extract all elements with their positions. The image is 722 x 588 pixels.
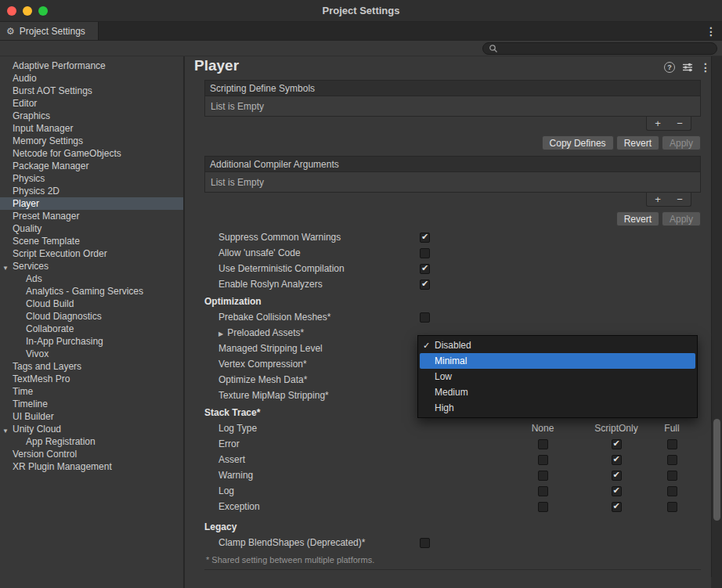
list-header[interactable]: Scripting Define Symbols: [205, 81, 700, 96]
checkbox-full[interactable]: [667, 502, 677, 512]
checkbox-scriptonly[interactable]: [612, 471, 622, 481]
toolbar: [0, 41, 722, 56]
sidebar-item-unity-cloud[interactable]: ▼Unity Cloud: [0, 423, 183, 435]
sidebar-item-player[interactable]: Player: [0, 197, 183, 210]
sidebar-item-textmesh-pro[interactable]: TextMesh Pro: [0, 373, 183, 385]
player-settings-panel: Player ? ⋮ Scripting Define Symbols: [185, 56, 722, 588]
sidebar-item-burst-aot-settings[interactable]: Burst AOT Settings: [0, 85, 183, 97]
checkbox-scriptonly[interactable]: [612, 486, 622, 496]
sidebar-item-netcode-for-gameobjects[interactable]: Netcode for GameObjects: [0, 147, 183, 160]
tab-menu-icon[interactable]: ⋮: [706, 25, 717, 38]
sidebar-item-adaptive-performance[interactable]: Adaptive Performance: [0, 60, 183, 72]
dropdown-option-medium[interactable]: Medium: [418, 384, 697, 400]
log-type-label: Assert: [204, 454, 505, 465]
checkbox-full[interactable]: [667, 486, 677, 496]
zoom-window-button[interactable]: [38, 6, 48, 16]
stack-trace-row-error: Error: [204, 436, 701, 452]
dropdown-option-high[interactable]: High: [418, 400, 697, 416]
sidebar-item-xr-plugin-management[interactable]: XR Plugin Management: [0, 460, 183, 473]
sidebar-item-quality[interactable]: Quality: [0, 222, 183, 235]
remove-item-button[interactable]: −: [669, 193, 691, 206]
sidebar-item-version-control[interactable]: Version Control: [0, 448, 183, 460]
close-window-button[interactable]: [7, 6, 16, 16]
sidebar-item-label: Ads: [26, 273, 42, 284]
checkbox-full[interactable]: [667, 439, 677, 449]
list-header-label: Scripting Define Symbols: [210, 83, 315, 94]
copy-defines-button[interactable]: Copy Defines: [542, 135, 614, 150]
checkbox-scriptonly[interactable]: [612, 502, 622, 512]
vertical-scrollbar[interactable]: [711, 56, 722, 577]
checkbox[interactable]: [420, 264, 430, 274]
checkbox-scriptonly[interactable]: [612, 455, 622, 465]
sidebar-item-script-execution-order[interactable]: Script Execution Order: [0, 247, 183, 260]
dropdown-option-low[interactable]: Low: [418, 369, 697, 384]
help-icon[interactable]: ?: [664, 62, 675, 73]
search-field[interactable]: [482, 42, 717, 55]
sidebar-item-audio[interactable]: Audio: [0, 72, 183, 85]
add-item-button[interactable]: +: [647, 117, 669, 130]
revert-button[interactable]: Revert: [616, 135, 659, 150]
checkbox-scriptonly[interactable]: [612, 439, 622, 449]
sidebar-item-input-manager[interactable]: Input Manager: [0, 122, 183, 135]
add-item-button[interactable]: +: [647, 193, 669, 206]
sidebar-item-services[interactable]: ▼Services: [0, 260, 183, 272]
setting-label: Use Deterministic Compilation: [204, 263, 420, 274]
sidebar-item-collaborate[interactable]: Collaborate: [0, 323, 183, 335]
sidebar-item-vivox[interactable]: Vivox: [0, 348, 183, 360]
sidebar-item-physics-2d[interactable]: Physics 2D: [0, 185, 183, 197]
sidebar-item-timeline[interactable]: Timeline: [0, 398, 183, 410]
checkbox-none[interactable]: [538, 439, 548, 449]
sidebar-item-in-app-purchasing[interactable]: In-App Purchasing: [0, 335, 183, 348]
sidebar-item-preset-manager[interactable]: Preset Manager: [0, 210, 183, 222]
sidebar-item-cloud-diagnostics[interactable]: Cloud Diagnostics: [0, 310, 183, 323]
tab-project-settings[interactable]: ⚙ Project Settings: [0, 22, 99, 40]
panel-menu-icon[interactable]: ⋮: [700, 62, 711, 73]
checkbox[interactable]: [420, 248, 430, 258]
sidebar-item-package-manager[interactable]: Package Manager: [0, 160, 183, 172]
checkbox-none[interactable]: [538, 486, 548, 496]
traffic-lights: [7, 6, 48, 16]
dropdown-option-minimal[interactable]: Minimal: [420, 353, 695, 369]
presets-icon[interactable]: [682, 62, 693, 73]
sidebar-item-physics[interactable]: Physics: [0, 172, 183, 185]
column-header-none: None: [505, 423, 580, 434]
revert-button[interactable]: Revert: [616, 211, 659, 226]
sidebar-item-ads[interactable]: Ads: [0, 272, 183, 285]
checkbox[interactable]: [420, 538, 430, 548]
sidebar-item-time[interactable]: Time: [0, 385, 183, 398]
sidebar-item-graphics[interactable]: Graphics: [0, 110, 183, 122]
sidebar-item-analytics-gaming-services[interactable]: Analytics - Gaming Services: [0, 285, 183, 298]
checkbox-full[interactable]: [667, 455, 677, 465]
checkbox-none[interactable]: [538, 502, 548, 512]
scrollbar-thumb[interactable]: [713, 419, 720, 521]
apply-button[interactable]: Apply: [662, 135, 701, 150]
sidebar-item-label: Netcode for GameObjects: [13, 148, 121, 159]
checkbox[interactable]: [420, 280, 430, 290]
remove-item-button[interactable]: −: [669, 117, 691, 130]
list-header[interactable]: Additional Compiler Arguments: [205, 157, 700, 172]
minimize-window-button[interactable]: [23, 6, 32, 16]
stack-cell: [652, 455, 691, 465]
checkbox[interactable]: [420, 233, 430, 243]
sidebar-item-label: Version Control: [13, 449, 77, 460]
sidebar-item-tags-and-layers[interactable]: Tags and Layers: [0, 360, 183, 373]
sidebar-item-label: Audio: [13, 73, 37, 84]
apply-button[interactable]: Apply: [662, 211, 701, 226]
sidebar-item-editor[interactable]: Editor: [0, 97, 183, 110]
checkbox-none[interactable]: [538, 455, 548, 465]
sidebar-item-cloud-build[interactable]: Cloud Build: [0, 298, 183, 310]
checkbox-full[interactable]: [667, 471, 677, 481]
sidebar-item-memory-settings[interactable]: Memory Settings: [0, 135, 183, 147]
log-type-header: Log Type: [204, 423, 505, 434]
column-header-full: Full: [652, 423, 691, 434]
foldout-closed-icon[interactable]: ▶: [218, 330, 223, 337]
sidebar-item-app-registration[interactable]: App Registration: [0, 435, 183, 448]
list-empty-label: List is Empty: [211, 101, 264, 112]
checkbox[interactable]: [420, 312, 430, 323]
dropdown-option-disabled[interactable]: ✓Disabled: [418, 337, 697, 353]
search-input[interactable]: [501, 43, 711, 53]
settings-sidebar: Adaptive PerformanceAudioBurst AOT Setti…: [0, 56, 185, 588]
sidebar-item-ui-builder[interactable]: UI Builder: [0, 410, 183, 423]
sidebar-item-scene-template[interactable]: Scene Template: [0, 235, 183, 247]
checkbox-none[interactable]: [538, 471, 548, 481]
